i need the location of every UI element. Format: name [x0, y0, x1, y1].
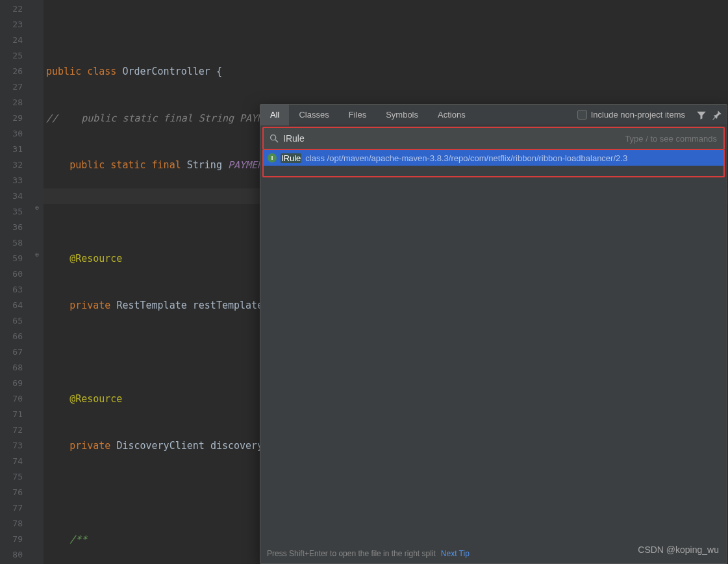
fold-plus-icon[interactable]: ⊕: [35, 204, 39, 211]
fold-bar: ⊕ ⊕: [34, 0, 44, 564]
search-result[interactable]: I IRule class /opt/maven/apache-maven-3.…: [264, 150, 723, 166]
watermark: CSDN @koping_wu: [638, 545, 719, 555]
include-nonproject-checkbox[interactable]: Include non-project items: [577, 110, 685, 120]
tab-classes[interactable]: Classes: [289, 105, 338, 125]
result-kind: class: [305, 153, 325, 163]
search-field-row: Type / to see commands: [262, 127, 725, 150]
search-hint: Type / to see commands: [625, 134, 717, 144]
result-match: IRule: [281, 153, 301, 163]
footer-hint: Press Shift+Enter to open the file in th…: [267, 549, 436, 558]
line-gutter: 2223242526272829303132333435365859606364…: [0, 0, 34, 564]
pin-icon[interactable]: [711, 109, 723, 121]
tab-all[interactable]: All: [260, 105, 289, 125]
results-box: I IRule class /opt/maven/apache-maven-3.…: [262, 150, 725, 177]
popup-tabs: All Classes Files Symbols Actions Includ…: [260, 105, 727, 125]
tab-symbols[interactable]: Symbols: [376, 105, 428, 125]
next-tip-link[interactable]: Next Tip: [441, 549, 470, 558]
search-icon: [269, 133, 279, 144]
svg-line-1: [275, 140, 278, 142]
interface-icon: I: [268, 153, 277, 162]
filter-icon[interactable]: [696, 109, 707, 121]
fold-plus-icon[interactable]: ⊕: [35, 251, 39, 258]
search-input[interactable]: [283, 133, 625, 144]
svg-point-0: [271, 135, 276, 140]
search-everywhere-popup: All Classes Files Symbols Actions Includ…: [260, 104, 727, 564]
tab-actions[interactable]: Actions: [428, 105, 475, 125]
checkbox-icon[interactable]: [577, 110, 587, 120]
include-label: Include non-project items: [591, 110, 685, 120]
code-line: public class OrderController {: [46, 64, 728, 79]
result-path: /opt/maven/apache-maven-3.8.3/repo/com/n…: [327, 153, 628, 163]
popup-body: [260, 179, 727, 544]
tab-files[interactable]: Files: [339, 105, 376, 125]
